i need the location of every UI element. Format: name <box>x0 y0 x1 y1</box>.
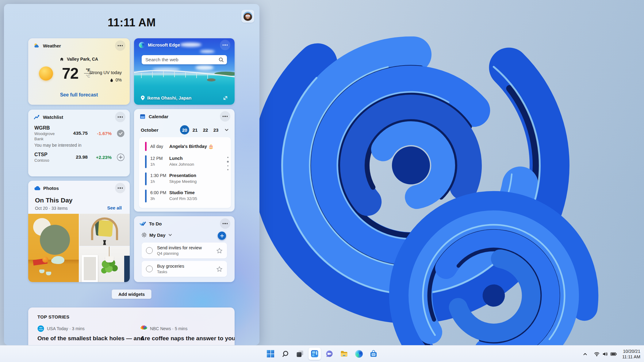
edge-logo <box>139 42 145 48</box>
stock-change: +2.23% <box>88 155 112 160</box>
calendar-event[interactable]: 12 PM 1h Lunch Alex Johnson <box>139 153 231 170</box>
event-color-bar <box>145 142 147 151</box>
task-complete-circle[interactable] <box>146 247 153 254</box>
event-duration: 1h <box>150 179 169 184</box>
calendar-event[interactable]: 1:30 PM 1h Presentation Skype Meeting <box>139 170 231 187</box>
widgets-button[interactable] <box>309 348 321 360</box>
edge-button[interactable] <box>353 348 365 360</box>
task-view-button[interactable] <box>294 348 306 360</box>
photos-title: Photos <box>43 186 59 191</box>
wifi-icon[interactable] <box>594 351 600 357</box>
task-title: Buy groceries <box>157 263 216 269</box>
svg-text:TODAY: TODAY <box>39 329 43 330</box>
photo-plant[interactable] <box>79 247 130 282</box>
home-icon <box>60 57 64 61</box>
stock-add-plus-icon[interactable] <box>117 153 125 161</box>
edge-widget[interactable]: Microsoft Edge Ikema Ohashi, Japan <box>134 38 235 105</box>
chevron-down-icon[interactable] <box>224 127 229 132</box>
tray-chevron-up-icon[interactable] <box>582 351 588 357</box>
stock-company: Woodgrove Bank <box>34 131 64 141</box>
todo-title: To Do <box>149 221 162 226</box>
desktop: 11:11 AM <box>0 0 644 362</box>
usa-today-logo: USA TODAY <box>37 325 44 332</box>
scrollbar-dots[interactable] <box>227 157 229 170</box>
user-avatar[interactable] <box>241 10 254 23</box>
stock-row-wgrb[interactable]: WGRB Woodgrove Bank 435.75 -1.67% <box>34 127 125 140</box>
watchlist-more-icon[interactable] <box>115 112 125 122</box>
star-icon[interactable] <box>216 266 223 272</box>
weather-condition: Strong UV today <box>89 70 122 75</box>
calendar-event[interactable]: All day Angela's Birthday 🎂 <box>139 140 231 153</box>
weather-icon <box>34 43 40 49</box>
event-time: 12 PM <box>150 155 169 161</box>
see-all-link[interactable]: See all <box>107 205 122 210</box>
task-list-name: Q4 planning <box>157 251 216 256</box>
expand-icon[interactable] <box>223 96 228 100</box>
photo-collage[interactable] <box>28 214 130 282</box>
bloom-wallpaper-art <box>239 0 644 362</box>
stock-price: 23.98 <box>64 154 88 160</box>
nbc-news-logo <box>140 325 147 332</box>
tray-time: 11:11 AM <box>622 354 640 360</box>
edge-more-icon[interactable] <box>220 40 230 50</box>
news-story[interactable]: USA TODAY USA Today · 3 mins One of the … <box>37 325 136 342</box>
photo-still-life[interactable] <box>28 214 79 282</box>
calendar-widget[interactable]: Calendar October 20 21 22 23 A <box>134 109 235 212</box>
weather-title: Weather <box>43 43 61 48</box>
task-title: Send invites for review <box>157 245 216 251</box>
battery-icon[interactable] <box>610 351 617 357</box>
photos-heading: On This Day <box>35 197 73 204</box>
search-icon[interactable] <box>218 57 224 62</box>
day-pill-23[interactable]: 23 <box>211 125 220 134</box>
calendar-more-icon[interactable] <box>220 111 230 122</box>
stock-price: 435.75 <box>64 130 88 136</box>
watchlist-widget[interactable]: Watchlist WGRB Woodgrove Bank 435.75 -1.… <box>28 110 130 176</box>
day-pill-22[interactable]: 22 <box>201 125 210 134</box>
tray-status-icons[interactable] <box>594 351 617 357</box>
weather-widget[interactable]: Weather Valley Park, CA 72 °F °C Strong … <box>28 38 130 105</box>
todo-more-icon[interactable] <box>220 218 230 229</box>
news-story[interactable]: NBC News · 5 mins Are coffee naps the an… <box>140 325 235 342</box>
story-source: USA Today · 3 mins <box>47 326 85 331</box>
store-button[interactable] <box>367 348 380 360</box>
file-explorer-button[interactable] <box>338 348 350 360</box>
watchlist-title: Watchlist <box>43 115 63 120</box>
chat-button[interactable] <box>323 348 335 360</box>
todo-list-selector[interactable]: My Day <box>141 232 172 238</box>
see-full-forecast-link[interactable]: See full forecast <box>28 92 130 98</box>
weather-precipitation-row: 0% <box>110 77 122 82</box>
add-widgets-button[interactable]: Add widgets <box>112 289 151 299</box>
day-pill-20[interactable]: 20 <box>180 125 189 134</box>
task-row[interactable]: Buy groceries Tasks <box>142 261 227 277</box>
edge-logo <box>355 350 363 358</box>
my-day-sun-icon <box>141 232 147 238</box>
start-button[interactable] <box>264 348 277 360</box>
event-title: Studio Time <box>169 190 197 196</box>
volume-icon[interactable] <box>602 351 608 357</box>
event-time: 6:00 PM <box>150 190 169 196</box>
stock-added-check-icon[interactable] <box>117 129 125 138</box>
todo-widget[interactable]: To Do My Day <box>134 216 235 282</box>
photos-more-icon[interactable] <box>115 183 125 193</box>
search-button[interactable] <box>279 348 291 360</box>
photos-cloud-icon <box>34 186 40 190</box>
add-task-button[interactable] <box>218 232 226 240</box>
story-source: NBC News · 5 mins <box>150 326 187 331</box>
weather-more-icon[interactable] <box>115 40 125 51</box>
stock-row-ctsp[interactable]: CTSP Contoso 23.98 +2.23% <box>34 151 125 164</box>
star-icon[interactable] <box>216 247 223 254</box>
calendar-event[interactable]: 6:00 PM 3h Studio Time Conf Rm 32/35 <box>139 187 231 205</box>
tray-clock[interactable]: 10/20/21 11:11 AM <box>622 349 640 360</box>
photos-widget[interactable]: Photos On This Day Oct 20 · 33 items See… <box>28 181 130 282</box>
day-pill-21[interactable]: 21 <box>190 125 200 134</box>
search-input[interactable] <box>145 57 218 62</box>
photo-chair[interactable] <box>79 214 130 246</box>
event-subtitle: Alex Johnson <box>169 161 194 167</box>
edge-search-bar[interactable] <box>142 55 227 64</box>
task-complete-circle[interactable] <box>146 266 153 272</box>
edge-photo-caption-row: Ikema Ohashi, Japan <box>134 96 235 100</box>
weather-location: Valley Park, CA <box>67 57 98 62</box>
svg-text:USA: USA <box>39 327 43 329</box>
photos-subheading: Oct 20 · 33 items <box>35 206 68 211</box>
task-row[interactable]: Send invites for review Q4 planning <box>142 243 227 258</box>
